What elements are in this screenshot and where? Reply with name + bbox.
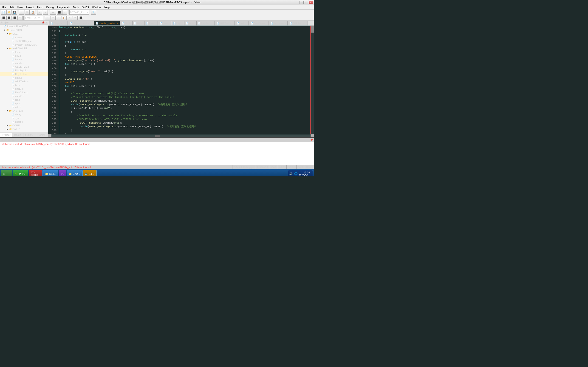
tb2-btn11[interactable]: ⬛: [78, 16, 83, 20]
tab-beer-h[interactable]: 📄beer.h: [145, 21, 158, 25]
start-button[interactable]: ⊞: [1, 170, 12, 176]
menu-item-window[interactable]: Window: [91, 6, 103, 9]
left-tab-Templ...[interactable]: Templ...: [36, 133, 48, 137]
paste-button[interactable]: 📋: [30, 10, 35, 15]
menu-item-tools[interactable]: Tools: [72, 6, 80, 9]
tree-item-usart3-c[interactable]: 📄usart3.c: [0, 94, 48, 98]
tree-item-sys-c[interactable]: 📄sys.c: [0, 116, 48, 120]
menu-item-file[interactable]: File: [1, 6, 8, 9]
redo-button[interactable]: ↪: [43, 10, 48, 15]
taskbar-item-data[interactable]: 🌿 数据...: [13, 170, 28, 176]
menu-item-debug[interactable]: Debug: [45, 6, 55, 9]
tree-item-timer-c[interactable]: 📄timer.c: [0, 58, 48, 61]
code-text[interactable]: int32_t uartWrite(uint8_t *buf, uint32_t…: [58, 26, 311, 134]
tree-item-adc-c[interactable]: 📄adc.c: [0, 105, 48, 109]
tree-item-dma-c[interactable]: 📄dma.c: [0, 76, 48, 80]
tree-item-FreeRTOS[interactable]: ▼📂FreeRTOS: [0, 28, 48, 32]
project-tree[interactable]: 📄Project: FreeRTOS▼📂FreeRTOS▼📂USER📄main.…: [0, 25, 48, 132]
menu-item-view[interactable]: View: [16, 6, 24, 9]
build-button[interactable]: ▶▶: [50, 10, 56, 15]
tb2-btn9[interactable]: ▶: [67, 16, 72, 20]
tree-item-stm32f10x-it-c[interactable]: 📄stm32f10x_it.c: [0, 39, 48, 43]
menu-item-svcs[interactable]: SVCS: [81, 6, 90, 9]
tree-item-DisplayUi-c[interactable]: 📄DisplayUi.c: [0, 69, 48, 72]
tree-item-OLED-I2C-c[interactable]: 📄OLED_I2C.c: [0, 65, 48, 69]
tree-item-usart2-c[interactable]: 📄usart2.c: [0, 61, 48, 65]
tb2-btn6[interactable]: ⚙: [51, 16, 56, 20]
tree-item-DevDriver-c[interactable]: 📄DevDriver.c: [0, 91, 48, 94]
tree-item-system-stm32f10x-[interactable]: 📄system_stm32f10x.: [0, 43, 48, 47]
tab-led-c[interactable]: 📄led.c: [132, 21, 144, 25]
debug-button[interactable]: 🔍: [91, 10, 96, 15]
tab-DisplayUi-c[interactable]: 📄DisplayUi.c: [49, 21, 68, 25]
tb2-btn2[interactable]: ⬛: [6, 16, 11, 20]
tree-item-usart-c[interactable]: 📄usart.c: [0, 120, 48, 124]
tree-item-beer-c[interactable]: 📄beer.c: [0, 83, 48, 87]
tab-KeyTask-c[interactable]: 📄KeyTask.c: [196, 21, 214, 25]
tab-DevDriver-c[interactable]: 📄DevDriver.c: [249, 21, 268, 25]
stop-button[interactable]: ⬛: [57, 10, 62, 15]
tb2-btn10[interactable]: ▶▶: [73, 16, 78, 20]
menu-item-help[interactable]: Help: [103, 6, 111, 9]
left-tab-Books[interactable]: Books: [12, 133, 23, 137]
copy-button[interactable]: ⧉: [25, 10, 30, 15]
tb2-btn1[interactable]: ⬛: [1, 16, 6, 20]
menu-item-flash[interactable]: Flash: [36, 6, 44, 9]
download-button[interactable]: ⬇: [62, 10, 67, 15]
horizontal-scrollbar[interactable]: ◀ ▶: [48, 134, 314, 137]
tree-item-USER[interactable]: ▼📂USER: [0, 32, 48, 35]
tree-item-main-c[interactable]: 📄main.c: [0, 35, 48, 39]
tree-item-CORE[interactable]: ▶📁CORE: [0, 124, 48, 127]
tree-item-APPTasks-c[interactable]: 📄APPTasks.c: [0, 80, 48, 83]
tree-item-key-c[interactable]: 📄key.c: [0, 54, 48, 58]
tree-item-HARDWARE[interactable]: ▼📂HARDWARE: [0, 47, 48, 50]
menu-item-edit[interactable]: Edit: [8, 6, 15, 9]
tab-APPTasks-c[interactable]: 📄APPTasks.c: [288, 21, 308, 25]
target-dropdown[interactable]: MYDMA_En... ▾: [69, 10, 89, 15]
h-scroll-thumb[interactable]: [155, 135, 160, 137]
taskbar-item-vs[interactable]: V5: [59, 170, 66, 176]
tree-item-dht11-c[interactable]: 📄dht11.c: [0, 87, 48, 91]
taskbar-item-giz[interactable]: 🐟 Giz...: [82, 170, 97, 176]
minimize-button[interactable]: —: [300, 1, 304, 4]
menu-item-project[interactable]: Project: [24, 6, 35, 9]
undo-button[interactable]: ↩: [37, 10, 42, 15]
tb2-btn5[interactable]: ⚙: [45, 16, 50, 20]
right-scrollbar[interactable]: [311, 26, 314, 134]
h-scroll-track[interactable]: [52, 135, 310, 137]
tab-beer-c[interactable]: 📄beer.c: [158, 21, 171, 25]
project-dropdown[interactable]: FreeRTOS ▾: [25, 16, 43, 20]
left-tab-Project[interactable]: Project: [0, 133, 12, 137]
close-button[interactable]: ✕: [309, 1, 313, 4]
tb2-btn7[interactable]: ⚙: [56, 16, 61, 20]
tb2-btn4[interactable]: ✱: [17, 16, 23, 20]
tree-item-FWLIB[interactable]: ▶📁FWLIB: [0, 127, 48, 131]
tab-led-h[interactable]: 📄led.h: [120, 21, 132, 25]
tab-qizwits-product-h[interactable]: 📄qizwits_product.h: [68, 21, 94, 25]
tree-item-SYSTEM[interactable]: ▼📂SYSTEM: [0, 109, 48, 113]
taskbar-item-atk[interactable]: ATKXCOM: [29, 170, 43, 176]
tree-item-Project--FreeRTOS[interactable]: 📄Project: FreeRTOS: [0, 25, 48, 28]
tree-item-delay-c[interactable]: 📄delay.c: [0, 113, 48, 116]
tab-key-c[interactable]: 📄key.c: [184, 21, 196, 25]
cut-button[interactable]: ✂: [19, 10, 24, 15]
tab-qizwits-product-c[interactable]: 📄qizwits_product.c: [94, 21, 120, 25]
open-button[interactable]: 📂: [6, 10, 11, 15]
taskbar-item-explorer[interactable]: 📁 C:\U...: [67, 170, 82, 176]
tree-item-led-c[interactable]: 📄led.c: [0, 50, 48, 54]
tab-key-h[interactable]: 📄key.h: [172, 21, 184, 25]
code-content[interactable]: 3603613623633643653663673683693703713723…: [48, 26, 314, 134]
tb2-btn8[interactable]: 📋: [61, 16, 67, 20]
save-button[interactable]: 💾: [12, 10, 17, 15]
tree-item-spi-c[interactable]: 📄spi.c: [0, 102, 48, 105]
tab-APPTasks-h[interactable]: 📄APPTasks.h: [215, 21, 235, 25]
menu-item-peripherals[interactable]: Peripherals: [56, 6, 71, 9]
tb2-btn3[interactable]: ⬛: [12, 16, 17, 20]
tree-item-KeyTask-c[interactable]: 📄KeyTask.c: [0, 72, 48, 76]
taskbar-item-pour[interactable]: 📁 浇灌...: [43, 170, 58, 176]
tree-item-rtc-c[interactable]: 📄rtc.c: [0, 98, 48, 102]
tab-main-c[interactable]: 📄main.c: [235, 21, 249, 25]
tab-devdriver-h[interactable]: 📄devdriver.h: [269, 21, 288, 25]
maximize-button[interactable]: □: [304, 1, 308, 4]
new-button[interactable]: 📄: [1, 10, 6, 15]
